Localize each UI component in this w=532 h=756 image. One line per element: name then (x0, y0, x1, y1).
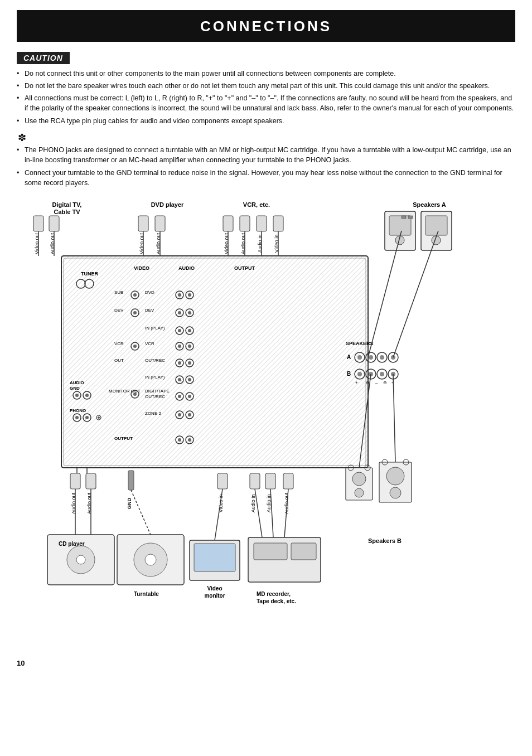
caution-label: CAUTION (17, 52, 70, 64)
svg-point-96 (75, 416, 79, 419)
svg-point-113 (380, 355, 384, 360)
svg-rect-26 (61, 256, 368, 468)
svg-text:OUT/REC: OUT/REC (145, 358, 165, 363)
svg-point-36 (133, 293, 137, 297)
svg-point-80 (178, 395, 181, 398)
svg-text:–: – (375, 380, 378, 385)
svg-point-159 (355, 488, 364, 497)
svg-text:DVD: DVD (145, 290, 154, 295)
svg-rect-22 (408, 216, 413, 219)
note-symbol: ✽ (18, 132, 515, 144)
speaker-b-right-large (379, 459, 412, 502)
svg-text:monitor: monitor (204, 593, 225, 599)
svg-text:VCR: VCR (145, 341, 154, 346)
svg-text:TUNER: TUNER (81, 271, 98, 277)
svg-text:AUDIO: AUDIO (178, 265, 195, 271)
svg-point-158 (352, 472, 366, 486)
svg-rect-10 (223, 216, 233, 231)
svg-rect-19 (389, 216, 411, 235)
caution-item-1: Do not connect this unit or other compon… (17, 69, 515, 79)
svg-text:DIGIT/TAPE: DIGIT/TAPE (145, 389, 170, 394)
svg-point-71 (178, 378, 181, 381)
svg-point-57 (133, 345, 137, 348)
speaker-a-left (385, 211, 415, 250)
caution-list: Do not connect this unit or other compon… (17, 69, 515, 126)
video-monitor-video-in-connector: Video in (217, 473, 228, 512)
svg-point-41 (188, 293, 191, 297)
svg-point-109 (357, 355, 362, 360)
svg-rect-134 (128, 471, 134, 490)
svg-point-76 (133, 392, 137, 396)
svg-line-179 (131, 490, 151, 535)
svg-rect-142 (283, 473, 293, 489)
svg-text:SPEAKERS: SPEAKERS (346, 341, 374, 346)
caution-item-3: All connections must be correct: L (left… (17, 93, 515, 113)
speakers-a-label: Speakers A (413, 201, 446, 208)
svg-point-103 (178, 438, 181, 442)
svg-text:GND: GND (70, 386, 80, 391)
page-number: 10 (17, 659, 515, 667)
svg-point-122 (380, 372, 384, 376)
svg-text:IN (PLAY): IN (PLAY) (145, 375, 165, 380)
diagram-svg: Digital TV, Cable TV DVD player VCR, etc… (17, 195, 513, 652)
caution-item-4: Use the RCA type pin plug cables for aud… (17, 116, 515, 126)
svg-line-181 (255, 489, 262, 537)
connection-diagram: Digital TV, Cable TV DVD player VCR, etc… (17, 195, 515, 653)
svg-rect-136 (217, 473, 228, 489)
svg-line-182 (270, 489, 273, 537)
svg-text:DEV: DEV (114, 308, 124, 313)
svg-point-93 (85, 394, 89, 397)
svg-point-91 (75, 394, 79, 397)
note-item-1: The PHONO jacks are designed to connect … (17, 145, 515, 165)
gnd-connector: GND (127, 471, 134, 509)
speakers-b-label: Speakers B (368, 537, 402, 544)
svg-text:ZONE 2: ZONE 2 (145, 411, 161, 416)
svg-point-85 (178, 413, 181, 416)
svg-point-111 (369, 355, 373, 360)
svg-text:AUDIO: AUDIO (70, 380, 84, 385)
svg-point-49 (188, 311, 191, 314)
svg-text:B: B (347, 371, 351, 377)
svg-rect-24 (425, 216, 447, 235)
md-recorder-title: MD recorder, (257, 591, 291, 597)
caution-item-2: Do not let the bare speaker wires touch … (17, 81, 515, 91)
svg-point-146 (76, 555, 85, 564)
svg-point-68 (188, 361, 191, 365)
svg-text:+: + (355, 380, 358, 385)
svg-text:Video in: Video in (218, 495, 224, 512)
svg-text:A: A (347, 354, 351, 360)
svg-point-82 (188, 395, 191, 398)
svg-text:Audio in: Audio in (250, 495, 256, 513)
svg-rect-138 (250, 473, 260, 489)
turntable-title: Turntable (134, 591, 159, 597)
svg-rect-16 (273, 216, 283, 231)
svg-text:OUT: OUT (114, 358, 124, 363)
note-item-2: Connect your turntable to the GND termin… (17, 168, 515, 188)
svg-point-98 (85, 416, 89, 419)
svg-text:PHONO: PHONO (70, 408, 86, 413)
svg-rect-155 (291, 543, 316, 560)
md-audio-in-connector-l: Audio in (250, 473, 260, 512)
svg-text:VIDEO: VIDEO (134, 265, 149, 271)
svg-point-44 (133, 311, 137, 314)
svg-point-52 (178, 329, 181, 332)
svg-point-149 (145, 554, 156, 565)
svg-point-60 (178, 345, 181, 348)
speaker-b-left-small (346, 465, 373, 500)
svg-rect-12 (240, 216, 250, 231)
svg-line-185 (393, 374, 395, 462)
note-list: The PHONO jacks are designed to connect … (17, 145, 515, 188)
svg-point-105 (188, 438, 191, 442)
svg-text:OUT/REC: OUT/REC (145, 394, 165, 399)
svg-text:OUTPUT: OUTPUT (114, 436, 133, 441)
svg-point-164 (390, 487, 401, 498)
svg-point-54 (188, 329, 191, 332)
digital-tv-label: Digital TV, (52, 201, 82, 208)
svg-text:+: + (391, 380, 394, 385)
svg-point-39 (178, 293, 181, 297)
dvd-player-label: DVD player (151, 201, 184, 208)
svg-point-62 (188, 345, 191, 348)
svg-point-87 (188, 413, 191, 416)
svg-rect-151 (194, 544, 235, 571)
svg-point-66 (178, 361, 181, 365)
